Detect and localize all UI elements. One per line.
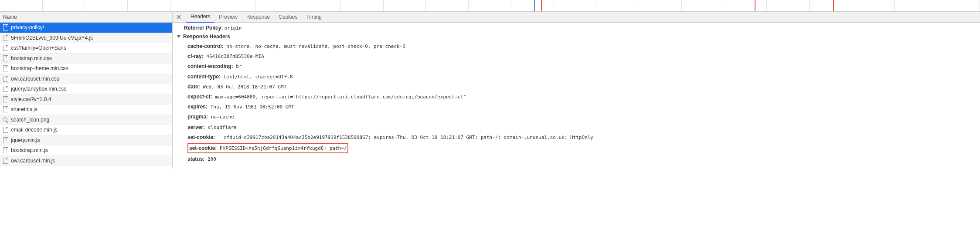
- file-icon: [3, 65, 8, 71]
- request-row[interactable]: owl.carousel.min.js: [0, 156, 172, 166]
- header-value: 46416d387d85530e-MIA: [204, 54, 264, 59]
- response-headers-section[interactable]: Response Headers: [177, 34, 976, 40]
- header-value: no-store, no-cache, must-revalidate, pos…: [224, 44, 405, 49]
- name-header-label: Name: [3, 14, 17, 20]
- tab-headers[interactable]: Headers: [186, 12, 214, 23]
- close-icon: [177, 15, 181, 19]
- header-value: Thu, 19 Nov 1981 08:52:00 GMT: [208, 104, 294, 110]
- timeline-marker: [755, 0, 755, 11]
- response-header-line: set-cookie: __cfduid=d39917cba20143a404a…: [177, 132, 976, 142]
- request-name: 5FmhiOzSLvvd_909IUu-cVLjaY4.js: [11, 35, 93, 41]
- header-name: set-cookie:: [187, 134, 215, 140]
- file-icon: [3, 35, 8, 41]
- section-title: Response Headers: [183, 34, 230, 40]
- header-name: cache-control:: [187, 43, 224, 49]
- header-name: content-type:: [187, 74, 221, 80]
- response-header-line: server: cloudflare: [177, 122, 976, 132]
- timeline-cell: [852, 0, 895, 11]
- header-name: content-encoding:: [187, 63, 233, 69]
- request-list-panel: Name privacy-policy/5FmhiOzSLvvd_909IUu-…: [0, 12, 173, 169]
- request-row[interactable]: bootstrap.min.css: [0, 54, 172, 64]
- request-name: css?family=Open+Sans: [11, 45, 66, 51]
- response-header-line: expect-ct: max-age=604800, report-uri="h…: [177, 92, 976, 102]
- request-name: owl.carousel.min.css: [11, 76, 59, 82]
- response-header-line: cf-ray: 46416d387d85530e-MIA: [177, 51, 976, 61]
- tab-cookies[interactable]: Cookies: [274, 12, 302, 23]
- timeline-cell: [596, 0, 639, 11]
- file-icon: [3, 147, 8, 153]
- file-icon: [3, 86, 8, 92]
- file-icon: [3, 96, 8, 102]
- request-name: bootstrap.min.js: [11, 147, 48, 153]
- name-column-header[interactable]: Name: [0, 12, 172, 23]
- timeline-cell: [0, 0, 43, 11]
- request-name: jquery.min.js: [11, 137, 40, 143]
- header-value: text/html; charset=UTF-8: [221, 74, 293, 80]
- tab-timing[interactable]: Timing: [302, 12, 326, 23]
- timeline-cell: [895, 0, 937, 11]
- timeline-cell: [213, 0, 256, 11]
- response-header-line: content-type: text/html; charset=UTF-8: [177, 72, 976, 82]
- request-row[interactable]: owl.carousel.min.css: [0, 74, 172, 84]
- timeline-cell: [469, 0, 511, 11]
- header-value: 200: [204, 156, 216, 162]
- header-value: __cfduid=d39917cba20143a404ac35b2e919791…: [215, 135, 593, 140]
- header-name: cf-ray:: [187, 53, 204, 59]
- request-row[interactable]: 5FmhiOzSLvvd_909IUu-cVLjaY4.js: [0, 33, 172, 44]
- header-name: expect-ct:: [187, 94, 212, 100]
- request-row[interactable]: css?family=Open+Sans: [0, 43, 172, 54]
- header-value: no-cache: [208, 114, 234, 120]
- header-value: PHPSESSID=he5hj6drfq6uanp1im4rfkugd6; pa…: [217, 145, 347, 151]
- timeline-cell: [767, 0, 810, 11]
- timeline-marker: [833, 0, 834, 11]
- timeline-cell: [682, 0, 725, 11]
- request-row[interactable]: bootstrap.min.js: [0, 145, 172, 156]
- request-row[interactable]: search_icon.png: [0, 115, 172, 125]
- headers-content[interactable]: Referrer Policy: origin Response Headers…: [173, 23, 980, 169]
- file-icon: [3, 158, 8, 164]
- header-value: cloudflare: [205, 125, 237, 130]
- timeline-ruler[interactable]: [0, 0, 980, 12]
- request-name: email-decode.min.js: [11, 127, 58, 133]
- timeline-cell: [384, 0, 426, 11]
- header-name: expires:: [187, 104, 208, 110]
- request-row[interactable]: jquery.min.js: [0, 135, 172, 146]
- header-value: br: [233, 64, 242, 69]
- request-row[interactable]: bootstrap-theme.min.css: [0, 64, 172, 74]
- timeline-marker: [541, 0, 542, 11]
- timeline-cell: [639, 0, 682, 11]
- file-icon: [3, 137, 8, 143]
- request-name: search_icon.png: [11, 117, 49, 123]
- timeline-cell: [255, 0, 298, 11]
- tab-response[interactable]: Response: [242, 12, 274, 23]
- request-name: owl.carousel.min.js: [11, 158, 55, 164]
- request-name: bootstrap-theme.min.css: [11, 65, 68, 71]
- header-name: set-cookie:: [189, 145, 217, 151]
- header-name: pragma:: [187, 114, 208, 120]
- tab-preview[interactable]: Preview: [214, 12, 242, 23]
- header-name: date:: [187, 84, 200, 90]
- close-details-button[interactable]: [175, 13, 183, 21]
- request-row[interactable]: privacy-policy/: [0, 23, 172, 33]
- header-name: server:: [187, 124, 205, 130]
- main-split: Name privacy-policy/5FmhiOzSLvvd_909IUu-…: [0, 12, 980, 169]
- request-list[interactable]: privacy-policy/5FmhiOzSLvvd_909IUu-cVLja…: [0, 23, 172, 166]
- timeline-cell: [426, 0, 469, 11]
- request-name: style.css?v=1.0.4: [11, 96, 51, 102]
- request-name: jquery.fancybox.min.css: [11, 86, 66, 92]
- header-value: origin: [225, 25, 242, 31]
- request-row[interactable]: style.css?v=1.0.4: [0, 95, 172, 105]
- response-header-line: cache-control: no-store, no-cache, must-…: [177, 41, 976, 51]
- timeline-cell: [298, 0, 341, 11]
- timeline-cell: [128, 0, 170, 11]
- timeline-cell: [724, 0, 767, 11]
- request-row[interactable]: sharethis.js: [0, 105, 172, 115]
- header-name: Referrer Policy:: [184, 25, 223, 31]
- header-value: max-age=604800, report-uri="https://repo…: [212, 94, 466, 100]
- file-icon: [3, 24, 8, 30]
- file-icon: [3, 55, 8, 61]
- request-row[interactable]: jquery.fancybox.min.css: [0, 84, 172, 95]
- request-row[interactable]: email-decode.min.js: [0, 125, 172, 135]
- request-name: sharethis.js: [11, 106, 37, 112]
- header-value: Wed, 03 Oct 2018 18:21:07 GMT: [200, 84, 287, 90]
